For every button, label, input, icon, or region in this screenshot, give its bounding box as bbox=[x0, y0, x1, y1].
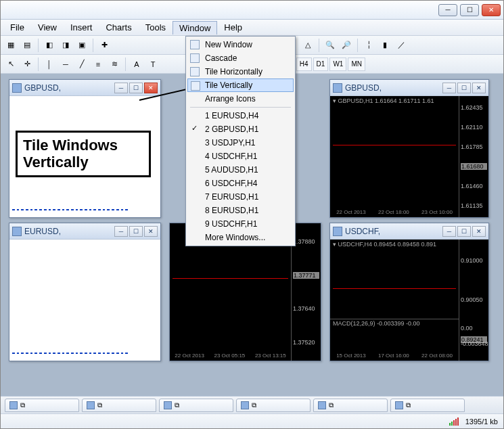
channel-icon[interactable]: ≡ bbox=[91, 57, 106, 72]
chart-tab-icon bbox=[395, 401, 403, 409]
timeframe-h4[interactable]: H4 bbox=[296, 58, 312, 71]
maximize-button[interactable]: ☐ bbox=[129, 83, 143, 93]
menu-item-new-window[interactable]: New Window bbox=[187, 38, 294, 51]
maximize-button[interactable]: ☐ bbox=[460, 4, 479, 16]
price-tick: 1.61680 bbox=[461, 163, 487, 170]
timeframe-w1[interactable]: W1 bbox=[329, 58, 346, 71]
chart-tab[interactable]: ⧉ bbox=[390, 399, 465, 412]
market-watch-icon[interactable]: ◧ bbox=[42, 38, 57, 53]
new-chart-icon[interactable]: ▦ bbox=[3, 38, 18, 53]
chart-tab[interactable]: ⧉ bbox=[236, 399, 311, 412]
restore-icon: ⧉ bbox=[97, 401, 102, 409]
menu-item-1-eurusd-h4[interactable]: 1 EURUSD,H4 bbox=[187, 109, 294, 122]
minimize-button[interactable]: ─ bbox=[442, 226, 456, 237]
minimize-button[interactable]: ─ bbox=[114, 226, 128, 237]
menu-item-3-usdjpy-h1[interactable]: 3 USDJPY,H1 bbox=[187, 136, 294, 150]
maximize-button[interactable]: ☐ bbox=[457, 83, 471, 93]
vline-icon[interactable]: │ bbox=[42, 57, 57, 72]
chart-type-candle-icon[interactable]: ▮ bbox=[377, 38, 392, 53]
chart-window-w5[interactable]: USDCHF,─☐✕▾ USDCHF,H4 0.89454 0.89458 0.… bbox=[329, 223, 489, 361]
menu-item-6-usdchf-h4[interactable]: 6 USDCHF,H4 bbox=[187, 177, 294, 190]
menu-item-2-gbpusd-h1[interactable]: 2 GBPUSD,H1 bbox=[187, 122, 294, 136]
menu-item-more-windows-[interactable]: More Windows... bbox=[187, 231, 294, 244]
chart-tab[interactable]: ⧉ bbox=[82, 399, 156, 412]
chart-tab[interactable]: ⧉ bbox=[159, 399, 233, 412]
maximize-button[interactable]: ☐ bbox=[457, 226, 471, 237]
ma-line bbox=[173, 278, 288, 279]
ma-line bbox=[333, 145, 456, 145]
menu-help[interactable]: Help bbox=[217, 20, 249, 35]
hline-icon[interactable]: ─ bbox=[58, 57, 73, 72]
menu-window[interactable]: Window bbox=[173, 21, 217, 35]
menu-item-tile-horizontally[interactable]: Tile Horizontally bbox=[187, 65, 294, 78]
chart-window-title: GBPUSD, bbox=[24, 83, 114, 93]
chart-tab-icon bbox=[164, 401, 172, 409]
menu-item-5-audusd-h1[interactable]: 5 AUDUSD,H1 bbox=[187, 163, 294, 177]
callout-text-line2: Vertically bbox=[23, 154, 143, 171]
restore-icon: ⧉ bbox=[329, 401, 334, 409]
label-icon[interactable]: T bbox=[145, 57, 160, 72]
chart-tab[interactable]: ⧉ bbox=[313, 399, 388, 412]
chart-window-title: GBPUSD, bbox=[345, 83, 442, 93]
close-button[interactable]: ✕ bbox=[144, 226, 158, 237]
template-icon[interactable]: △ bbox=[300, 38, 315, 53]
fibo-icon[interactable]: ≋ bbox=[107, 57, 122, 72]
menu-item-label: Arrange Icons bbox=[205, 94, 256, 104]
text-icon[interactable]: A bbox=[129, 57, 144, 72]
chart-window-titlebar[interactable]: EURUSD,─☐✕ bbox=[9, 223, 160, 240]
chart-type-line-icon[interactable]: ／ bbox=[394, 38, 409, 53]
navigator-icon[interactable]: ◨ bbox=[58, 38, 73, 53]
terminal-icon[interactable]: ▣ bbox=[74, 38, 89, 53]
chart-window-titlebar[interactable]: USDCHF,─☐✕ bbox=[330, 223, 488, 240]
chart-window-w3[interactable]: EURUSD,─☐✕ bbox=[9, 223, 161, 361]
time-axis: 15 Oct 201317 Oct 16:0022 Oct 08:00 bbox=[330, 353, 459, 361]
close-button[interactable]: ✕ bbox=[472, 226, 486, 237]
chart-window-w2[interactable]: GBPUSD,─☐✕▾ GBPUSD,H1 1.61664 1.61711 1.… bbox=[329, 79, 489, 218]
chart-type-bar-icon[interactable]: ╎ bbox=[361, 38, 376, 53]
chart-window-title: EURUSD, bbox=[24, 227, 114, 236]
chart-tab-icon bbox=[9, 401, 18, 409]
zoom-out-icon[interactable]: 🔎 bbox=[339, 38, 354, 53]
menu-item-tile-vertically[interactable]: Tile Vertically bbox=[187, 78, 294, 92]
chart-window-titlebar[interactable]: GBPUSD,─☐✕ bbox=[9, 80, 160, 96]
chart-canvas[interactable]: ▾ GBPUSD,H1 1.61664 1.61711 1.611.624351… bbox=[330, 96, 488, 217]
menu-item-7-eurusd-h1[interactable]: 7 EURUSD,H1 bbox=[187, 190, 294, 204]
trendline-icon[interactable]: ╱ bbox=[74, 57, 89, 72]
menu-item-arrange-icons[interactable]: Arrange Icons bbox=[187, 92, 294, 106]
menu-item-4-usdchf-h1[interactable]: 4 USDCHF,H1 bbox=[187, 150, 294, 163]
maximize-button[interactable]: ☐ bbox=[129, 226, 143, 237]
menu-item-label: Cascade bbox=[205, 53, 237, 63]
minimize-button[interactable]: ─ bbox=[438, 4, 457, 16]
menu-item-label: More Windows... bbox=[205, 233, 265, 242]
zoom-in-icon[interactable]: 🔍 bbox=[323, 38, 338, 53]
menu-item-9-usdchf-h1[interactable]: 9 USDCHF,H1 bbox=[187, 217, 294, 231]
menu-item-label: 3 USDJPY,H1 bbox=[205, 138, 255, 148]
chart-tab[interactable]: ⧉ bbox=[5, 399, 79, 412]
menu-item-cascade[interactable]: Cascade bbox=[187, 51, 294, 65]
cursor-icon[interactable]: ↖ bbox=[3, 57, 18, 72]
menu-item-8-eurusd-h1[interactable]: 8 EURUSD,H1 bbox=[187, 204, 294, 217]
menu-insert[interactable]: Insert bbox=[64, 20, 99, 35]
chart-window-titlebar[interactable]: GBPUSD,─☐✕ bbox=[330, 80, 488, 96]
minimize-button[interactable]: ─ bbox=[114, 83, 128, 93]
close-button[interactable]: ✕ bbox=[472, 83, 486, 93]
chart-canvas[interactable]: ▾ USDCHF,H4 0.89454 0.89458 0.8910.91000… bbox=[330, 240, 488, 361]
close-button[interactable]: ✕ bbox=[144, 83, 158, 93]
menu-separator bbox=[190, 107, 291, 108]
menu-file[interactable]: File bbox=[3, 20, 31, 35]
timeframe-mn[interactable]: MN bbox=[348, 58, 365, 71]
price-tick: 1.61460 bbox=[461, 183, 487, 189]
new-order-icon[interactable]: ✚ bbox=[97, 38, 112, 53]
price-tick: 1.62110 bbox=[461, 124, 487, 131]
time-tick: 23 Oct 05:15 bbox=[214, 353, 245, 361]
menu-item-label: Tile Horizontally bbox=[205, 67, 262, 76]
crosshair-icon[interactable]: ✛ bbox=[20, 57, 35, 72]
menu-tools[interactable]: Tools bbox=[139, 20, 173, 35]
profile-icon[interactable]: ▤ bbox=[20, 38, 35, 53]
chart-canvas[interactable] bbox=[9, 240, 160, 361]
timeframe-d1[interactable]: D1 bbox=[313, 58, 329, 71]
close-button[interactable]: ✕ bbox=[482, 4, 501, 16]
menu-charts[interactable]: Charts bbox=[99, 20, 138, 35]
menu-view[interactable]: View bbox=[31, 20, 64, 35]
minimize-button[interactable]: ─ bbox=[442, 83, 456, 93]
